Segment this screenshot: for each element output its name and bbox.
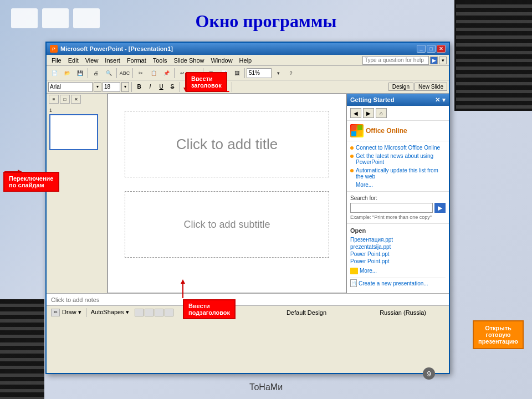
zoom-dropdown[interactable]: ▾ [272,68,284,79]
open-file-2[interactable]: prezentatsija.ppt [350,243,446,250]
link-text-3[interactable]: Automatically update this list from the … [356,167,446,180]
create-new-row: 📄 Create a new presentation... [350,278,446,288]
close-panel-btn[interactable]: ✕ [71,95,81,104]
draw-icon: ✏ [51,309,60,316]
paste-btn[interactable]: 📌 [160,68,172,79]
spell-btn[interactable]: ABC [119,68,131,79]
title-placeholder[interactable]: Click to add title [125,111,329,177]
slide-thumbnail-1[interactable] [49,114,98,150]
notes-area[interactable]: Click to add notes [47,293,449,305]
annotation-label-subtitle: Ввести подзаголовок [183,299,236,319]
size-dropdown[interactable]: ▾ [121,82,129,92]
annotation-label-slide-panel: Переключение по слайдам [3,172,59,192]
print-btn[interactable]: 🖨 [90,68,102,79]
svg-rect-0 [351,125,356,130]
oval-tool[interactable] [165,309,173,316]
copy-btn[interactable]: 📋 [147,68,160,79]
search-row: ▶ [350,203,446,213]
maximize-button[interactable]: □ [427,45,436,53]
design-info: Default Design [287,309,326,316]
font-name-input[interactable] [48,82,93,92]
nav-home-button[interactable]: ⌂ [376,108,387,118]
open-btn[interactable]: 📂 [61,68,73,79]
arrow-tool[interactable] [145,309,154,316]
insert-clip-btn[interactable]: 🖼 [231,68,243,79]
strikethrough-button[interactable]: S [167,82,177,92]
link-item-3: Automatically update this list from the … [350,167,446,180]
deco-box-1 [11,8,38,28]
status-bar: ✏ Draw ▾ AutoShapes ▾ Slide 1 of 1 Defau… [47,305,449,319]
open-section-title: Open [350,227,446,234]
design-button[interactable]: Design [388,83,413,91]
menu-format[interactable]: Format [124,57,149,64]
close-button[interactable]: ✕ [437,45,446,53]
open-file-3[interactable]: Power Point.ppt [350,250,446,258]
page-title: Окно программы [196,11,337,32]
font-size-input[interactable] [103,82,120,92]
underline-button[interactable]: U [156,82,166,92]
new-btn[interactable]: 📄 [48,68,60,79]
more-files-link[interactable]: More... [360,267,377,274]
subtitle-placeholder[interactable]: Click to add subtitle [125,191,329,258]
window-title: Microsoft PowerPoint - [Presentation1] [60,45,417,52]
menu-tools[interactable]: Tools [150,57,170,64]
office-online-label: Office Online [366,127,407,135]
nav-back-button[interactable]: ◀ [350,108,361,118]
search-section: Search for: ▶ Example: "Print more than … [347,192,449,224]
help-dropdown-button[interactable]: ▾ [439,57,447,64]
annotation-label-title: Ввести заголовок [186,72,227,92]
menu-edit[interactable]: Edit [65,57,81,64]
svg-rect-2 [351,131,356,136]
more-link[interactable]: More... [350,182,446,188]
title-bar: P Microsoft PowerPoint - [Presentation1]… [47,43,449,55]
slide-view-btn[interactable]: □ [60,95,70,104]
menu-search-area: ▶ ▾ [362,56,447,65]
outline-view-btn[interactable]: ≡ [49,95,59,104]
search-go-button[interactable]: ▶ [434,203,446,213]
rect-tool[interactable] [155,309,163,316]
bold-button[interactable]: B [134,82,144,92]
menu-file[interactable]: File [49,57,64,64]
side-panel-close[interactable]: ✕ [435,96,440,104]
create-new-link[interactable]: Create a new presentation... [359,280,428,287]
link-text-2[interactable]: Get the latest news about using PowerPoi… [356,153,446,165]
preview-btn[interactable]: 🔍 [103,68,115,79]
menu-window[interactable]: Window [208,57,235,64]
side-panel-title: Getting Started [350,96,394,103]
save-btn[interactable]: 💾 [74,68,86,79]
help-search-input[interactable] [362,56,429,65]
menu-view[interactable]: View [83,57,101,64]
side-panel-dropdown[interactable]: ▾ [442,96,446,104]
help-search-button[interactable]: ▶ [430,57,438,64]
new-slide-button[interactable]: New Slide [415,83,447,91]
bullet-3 [350,169,354,172]
cut-btn[interactable]: ✂ [135,68,147,79]
minimize-button[interactable]: _ [417,45,426,53]
help-question-btn[interactable]: ? [285,68,297,79]
link-text-1[interactable]: Connect to Microsoft Office Online [356,145,440,151]
open-file-1[interactable]: Презентация.ppt [350,236,446,243]
nav-forward-button[interactable]: ▶ [363,108,374,118]
italic-button[interactable]: I [145,82,155,92]
film-strip-decoration-left [0,299,44,399]
autoshapes-label[interactable]: AutoShapes ▾ [91,309,129,316]
bottom-label: ТоНаМи [249,382,283,392]
window-controls: _ □ ✕ [417,45,446,53]
menu-insert[interactable]: Insert [102,57,123,64]
open-section: Open Презентация.ppt prezentatsija.ppt P… [347,224,449,291]
line-tool[interactable] [135,309,144,316]
draw-label[interactable]: Draw ▾ [62,309,81,316]
menu-help[interactable]: Help [237,57,255,64]
deco-box-2 [42,8,69,28]
fmt-sep-1 [131,82,132,92]
open-more-row: More... [350,267,446,274]
panel-search-input[interactable] [350,203,433,213]
film-strip-decoration [454,0,532,111]
slide-canvas[interactable]: Click to add title Click to add subtitle [108,94,346,293]
top-decoration-boxes [11,8,100,28]
open-file-4[interactable]: Power Point.ppt [350,258,446,265]
toolbar-sep-1 [88,68,88,78]
slide-number-badge: 9 [423,367,435,380]
font-dropdown[interactable]: ▾ [94,82,101,92]
menu-slideshow[interactable]: Slide Show [171,57,207,64]
